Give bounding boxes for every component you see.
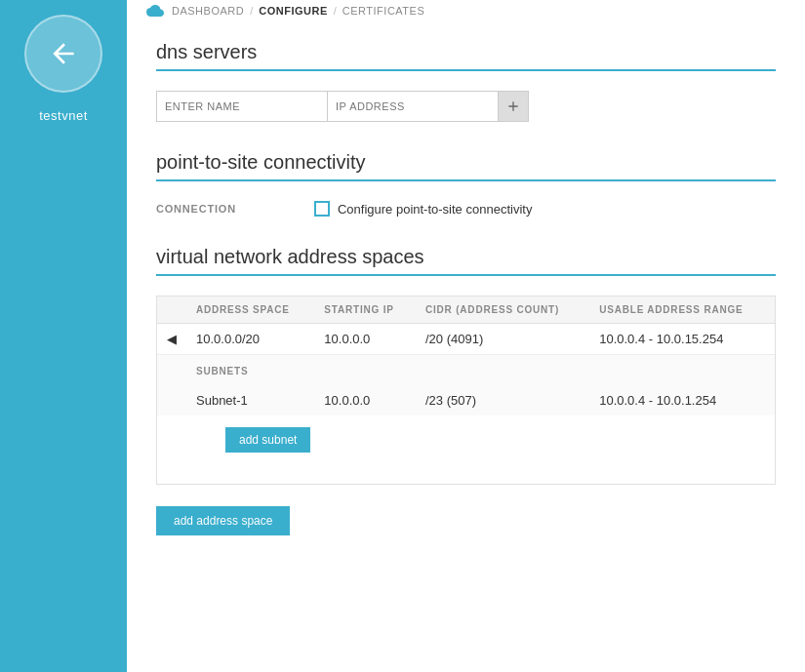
configure-link[interactable]: CONFIGURE xyxy=(259,5,328,17)
dns-add-button[interactable] xyxy=(498,91,529,122)
dns-section: dns servers xyxy=(156,41,776,122)
dashboard-link[interactable]: DASHBOARD xyxy=(172,5,244,17)
col-expand xyxy=(157,296,186,324)
dns-divider xyxy=(156,69,776,71)
breadcrumb-sep-2: / xyxy=(334,5,337,17)
breadcrumb-sep-1: / xyxy=(250,5,253,17)
add-address-button[interactable]: add address space xyxy=(156,506,290,535)
subnet-cidr: /23 (507) xyxy=(416,385,589,415)
col-cidr: CIDR (ADDRESS COUNT) xyxy=(416,296,589,324)
sidebar-label: testvnet xyxy=(39,108,88,123)
col-address-space: ADDRESS SPACE xyxy=(186,296,314,324)
cloud-icon xyxy=(146,2,164,20)
back-button[interactable] xyxy=(24,15,102,93)
p2s-section: point-to-site connectivity CONNECTION Co… xyxy=(156,151,776,217)
subnet-row: Subnet-1 10.0.0.0 /23 (507) 10.0.0.4 - 1… xyxy=(157,385,775,415)
subnet-usable: 10.0.0.4 - 10.0.1.254 xyxy=(589,385,775,415)
dns-section-title: dns servers xyxy=(156,41,776,63)
p2s-checkbox-label: Configure point-to-site connectivity xyxy=(338,202,532,217)
vnet-section: virtual network address spaces ADDRESS S… xyxy=(156,246,776,535)
main-content: DASHBOARD / CONFIGURE / CERTIFICATES dns… xyxy=(127,0,805,672)
address-space-value: 10.0.0.0/20 xyxy=(186,324,314,355)
address-table: ADDRESS SPACE STARTING IP CIDR (ADDRESS … xyxy=(157,296,775,468)
p2s-section-title: point-to-site connectivity xyxy=(156,151,776,174)
col-usable: USABLE ADDRESS RANGE xyxy=(589,296,775,324)
vnet-divider xyxy=(156,274,776,276)
add-subnet-button[interactable]: add subnet xyxy=(225,427,310,453)
usable-range-value: 10.0.0.4 - 10.0.15.254 xyxy=(589,324,775,355)
sidebar: testvnet xyxy=(0,0,127,672)
cidr-value: /20 (4091) xyxy=(416,324,589,355)
connection-row: CONNECTION Configure point-to-site conne… xyxy=(156,201,776,217)
dns-input-row xyxy=(156,91,776,122)
connection-label: CONNECTION xyxy=(156,203,236,215)
expand-icon[interactable]: ◀ xyxy=(157,324,186,355)
page-content: dns servers point-to-site connectivity C… xyxy=(127,21,805,672)
address-table-container: ADDRESS SPACE STARTING IP CIDR (ADDRESS … xyxy=(156,296,776,485)
subnets-label: SUBNETS xyxy=(196,366,248,376)
vnet-section-title: virtual network address spaces xyxy=(156,246,776,268)
p2s-divider xyxy=(156,179,776,181)
subnet-name: Subnet-1 xyxy=(186,385,314,415)
subnets-header-row: SUBNETS xyxy=(157,355,775,386)
starting-ip-value: 10.0.0.0 xyxy=(314,324,416,355)
p2s-checkbox[interactable] xyxy=(314,201,330,217)
dns-ip-input[interactable] xyxy=(327,91,498,122)
table-row: ◀ 10.0.0.0/20 10.0.0.0 /20 (4091) 10.0.0… xyxy=(157,324,775,355)
p2s-checkbox-row[interactable]: Configure point-to-site connectivity xyxy=(314,201,532,217)
certificates-link[interactable]: CERTIFICATES xyxy=(342,5,424,17)
dns-name-input[interactable] xyxy=(156,91,327,122)
plus-icon xyxy=(505,99,521,114)
col-starting-ip: STARTING IP xyxy=(314,296,416,324)
add-subnet-row: add subnet xyxy=(157,415,775,468)
breadcrumb: DASHBOARD / CONFIGURE / CERTIFICATES xyxy=(127,0,805,21)
arrow-left-icon xyxy=(48,38,79,69)
table-header-row: ADDRESS SPACE STARTING IP CIDR (ADDRESS … xyxy=(157,296,775,324)
subnet-starting-ip: 10.0.0.0 xyxy=(314,385,416,415)
